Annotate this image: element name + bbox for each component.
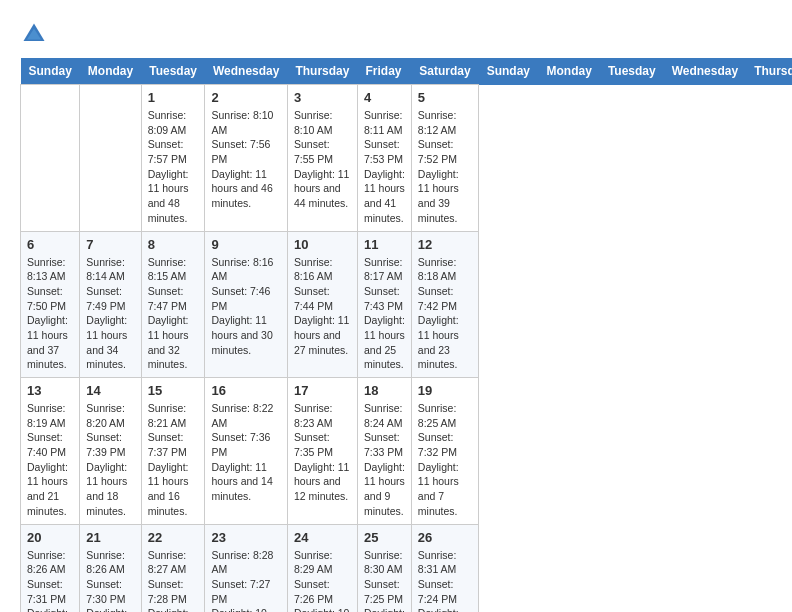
- calendar-cell: 9Sunrise: 8:16 AMSunset: 7:46 PMDaylight…: [205, 231, 287, 378]
- calendar-week-row: 6Sunrise: 8:13 AMSunset: 7:50 PMDaylight…: [21, 231, 793, 378]
- calendar-cell: [21, 85, 80, 232]
- day-number: 14: [86, 383, 134, 398]
- calendar-week-row: 13Sunrise: 8:19 AMSunset: 7:40 PMDayligh…: [21, 378, 793, 525]
- calendar-header-row: SundayMondayTuesdayWednesdayThursdayFrid…: [21, 58, 793, 85]
- day-info: Sunrise: 8:16 AMSunset: 7:46 PMDaylight:…: [211, 255, 280, 358]
- day-info: Sunrise: 8:17 AMSunset: 7:43 PMDaylight:…: [364, 255, 405, 373]
- day-number: 20: [27, 530, 73, 545]
- day-number: 22: [148, 530, 199, 545]
- calendar-cell: 10Sunrise: 8:16 AMSunset: 7:44 PMDayligh…: [287, 231, 357, 378]
- logo-icon: [20, 20, 48, 48]
- day-info: Sunrise: 8:26 AMSunset: 7:31 PMDaylight:…: [27, 548, 73, 613]
- calendar-cell: 15Sunrise: 8:21 AMSunset: 7:37 PMDayligh…: [141, 378, 205, 525]
- calendar-cell: 18Sunrise: 8:24 AMSunset: 7:33 PMDayligh…: [357, 378, 411, 525]
- col-header-monday: Monday: [539, 58, 600, 85]
- col-header-sunday: Sunday: [479, 58, 539, 85]
- day-number: 25: [364, 530, 405, 545]
- calendar-cell: 5Sunrise: 8:12 AMSunset: 7:52 PMDaylight…: [411, 85, 478, 232]
- day-info: Sunrise: 8:14 AMSunset: 7:49 PMDaylight:…: [86, 255, 134, 373]
- calendar-cell: 6Sunrise: 8:13 AMSunset: 7:50 PMDaylight…: [21, 231, 80, 378]
- day-info: Sunrise: 8:10 AMSunset: 7:56 PMDaylight:…: [211, 108, 280, 211]
- day-number: 16: [211, 383, 280, 398]
- calendar-week-row: 20Sunrise: 8:26 AMSunset: 7:31 PMDayligh…: [21, 524, 793, 612]
- day-number: 3: [294, 90, 351, 105]
- day-info: Sunrise: 8:12 AMSunset: 7:52 PMDaylight:…: [418, 108, 472, 226]
- day-number: 10: [294, 237, 351, 252]
- day-number: 7: [86, 237, 134, 252]
- day-info: Sunrise: 8:20 AMSunset: 7:39 PMDaylight:…: [86, 401, 134, 519]
- day-info: Sunrise: 8:31 AMSunset: 7:24 PMDaylight:…: [418, 548, 472, 613]
- day-info: Sunrise: 8:27 AMSunset: 7:28 PMDaylight:…: [148, 548, 199, 613]
- day-number: 18: [364, 383, 405, 398]
- day-info: Sunrise: 8:22 AMSunset: 7:36 PMDaylight:…: [211, 401, 280, 504]
- calendar-cell: 12Sunrise: 8:18 AMSunset: 7:42 PMDayligh…: [411, 231, 478, 378]
- day-number: 21: [86, 530, 134, 545]
- calendar-cell: 25Sunrise: 8:30 AMSunset: 7:25 PMDayligh…: [357, 524, 411, 612]
- day-number: 6: [27, 237, 73, 252]
- calendar-table: SundayMondayTuesdayWednesdayThursdayFrid…: [20, 58, 792, 612]
- day-number: 19: [418, 383, 472, 398]
- day-number: 24: [294, 530, 351, 545]
- day-info: Sunrise: 8:18 AMSunset: 7:42 PMDaylight:…: [418, 255, 472, 373]
- calendar-cell: 11Sunrise: 8:17 AMSunset: 7:43 PMDayligh…: [357, 231, 411, 378]
- day-number: 8: [148, 237, 199, 252]
- calendar-cell: 7Sunrise: 8:14 AMSunset: 7:49 PMDaylight…: [80, 231, 141, 378]
- calendar-week-row: 1Sunrise: 8:09 AMSunset: 7:57 PMDaylight…: [21, 85, 793, 232]
- calendar-cell: 21Sunrise: 8:26 AMSunset: 7:30 PMDayligh…: [80, 524, 141, 612]
- calendar-cell: 26Sunrise: 8:31 AMSunset: 7:24 PMDayligh…: [411, 524, 478, 612]
- day-number: 4: [364, 90, 405, 105]
- day-info: Sunrise: 8:23 AMSunset: 7:35 PMDaylight:…: [294, 401, 351, 504]
- day-number: 9: [211, 237, 280, 252]
- col-header-monday: Monday: [80, 58, 141, 85]
- day-number: 1: [148, 90, 199, 105]
- col-header-thursday: Thursday: [287, 58, 357, 85]
- calendar-cell: 16Sunrise: 8:22 AMSunset: 7:36 PMDayligh…: [205, 378, 287, 525]
- calendar-cell: 19Sunrise: 8:25 AMSunset: 7:32 PMDayligh…: [411, 378, 478, 525]
- day-info: Sunrise: 8:09 AMSunset: 7:57 PMDaylight:…: [148, 108, 199, 226]
- col-header-thursday: Thursday: [746, 58, 792, 85]
- col-header-saturday: Saturday: [411, 58, 478, 85]
- col-header-wednesday: Wednesday: [205, 58, 287, 85]
- calendar-cell: 1Sunrise: 8:09 AMSunset: 7:57 PMDaylight…: [141, 85, 205, 232]
- day-number: 15: [148, 383, 199, 398]
- day-info: Sunrise: 8:21 AMSunset: 7:37 PMDaylight:…: [148, 401, 199, 519]
- col-header-sunday: Sunday: [21, 58, 80, 85]
- calendar-cell: 3Sunrise: 8:10 AMSunset: 7:55 PMDaylight…: [287, 85, 357, 232]
- calendar-cell: 22Sunrise: 8:27 AMSunset: 7:28 PMDayligh…: [141, 524, 205, 612]
- day-number: 26: [418, 530, 472, 545]
- calendar-cell: 8Sunrise: 8:15 AMSunset: 7:47 PMDaylight…: [141, 231, 205, 378]
- day-info: Sunrise: 8:25 AMSunset: 7:32 PMDaylight:…: [418, 401, 472, 519]
- calendar-cell: [80, 85, 141, 232]
- day-info: Sunrise: 8:10 AMSunset: 7:55 PMDaylight:…: [294, 108, 351, 211]
- day-info: Sunrise: 8:26 AMSunset: 7:30 PMDaylight:…: [86, 548, 134, 613]
- day-number: 11: [364, 237, 405, 252]
- day-info: Sunrise: 8:19 AMSunset: 7:40 PMDaylight:…: [27, 401, 73, 519]
- day-number: 17: [294, 383, 351, 398]
- day-number: 23: [211, 530, 280, 545]
- day-number: 5: [418, 90, 472, 105]
- day-info: Sunrise: 8:16 AMSunset: 7:44 PMDaylight:…: [294, 255, 351, 358]
- day-info: Sunrise: 8:29 AMSunset: 7:26 PMDaylight:…: [294, 548, 351, 613]
- col-header-tuesday: Tuesday: [141, 58, 205, 85]
- day-number: 12: [418, 237, 472, 252]
- col-header-friday: Friday: [357, 58, 411, 85]
- calendar-cell: 4Sunrise: 8:11 AMSunset: 7:53 PMDaylight…: [357, 85, 411, 232]
- day-info: Sunrise: 8:13 AMSunset: 7:50 PMDaylight:…: [27, 255, 73, 373]
- page-header: [20, 20, 772, 48]
- day-info: Sunrise: 8:11 AMSunset: 7:53 PMDaylight:…: [364, 108, 405, 226]
- calendar-cell: 2Sunrise: 8:10 AMSunset: 7:56 PMDaylight…: [205, 85, 287, 232]
- day-info: Sunrise: 8:28 AMSunset: 7:27 PMDaylight:…: [211, 548, 280, 613]
- calendar-cell: 23Sunrise: 8:28 AMSunset: 7:27 PMDayligh…: [205, 524, 287, 612]
- day-info: Sunrise: 8:24 AMSunset: 7:33 PMDaylight:…: [364, 401, 405, 519]
- day-info: Sunrise: 8:15 AMSunset: 7:47 PMDaylight:…: [148, 255, 199, 373]
- calendar-cell: 14Sunrise: 8:20 AMSunset: 7:39 PMDayligh…: [80, 378, 141, 525]
- day-info: Sunrise: 8:30 AMSunset: 7:25 PMDaylight:…: [364, 548, 405, 613]
- calendar-cell: 20Sunrise: 8:26 AMSunset: 7:31 PMDayligh…: [21, 524, 80, 612]
- calendar-cell: 17Sunrise: 8:23 AMSunset: 7:35 PMDayligh…: [287, 378, 357, 525]
- col-header-wednesday: Wednesday: [664, 58, 746, 85]
- day-number: 2: [211, 90, 280, 105]
- calendar-cell: 24Sunrise: 8:29 AMSunset: 7:26 PMDayligh…: [287, 524, 357, 612]
- logo: [20, 20, 52, 48]
- day-number: 13: [27, 383, 73, 398]
- col-header-tuesday: Tuesday: [600, 58, 664, 85]
